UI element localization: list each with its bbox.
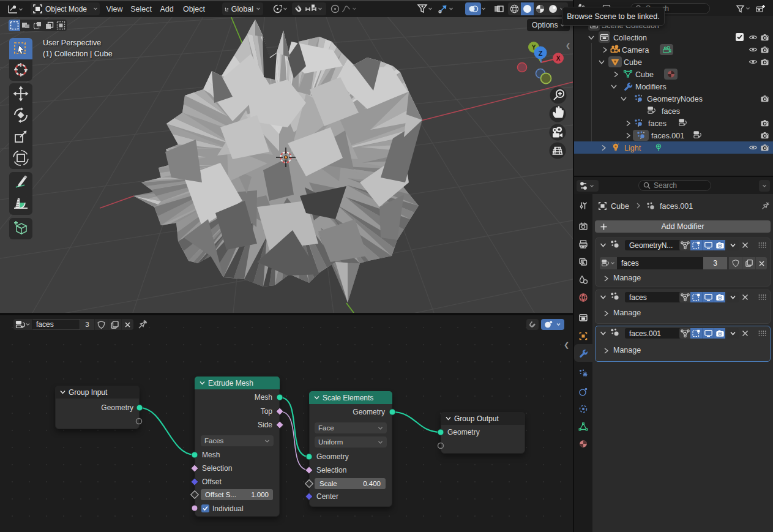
svg-text:Z: Z bbox=[539, 50, 543, 57]
svg-text:X: X bbox=[556, 55, 561, 62]
